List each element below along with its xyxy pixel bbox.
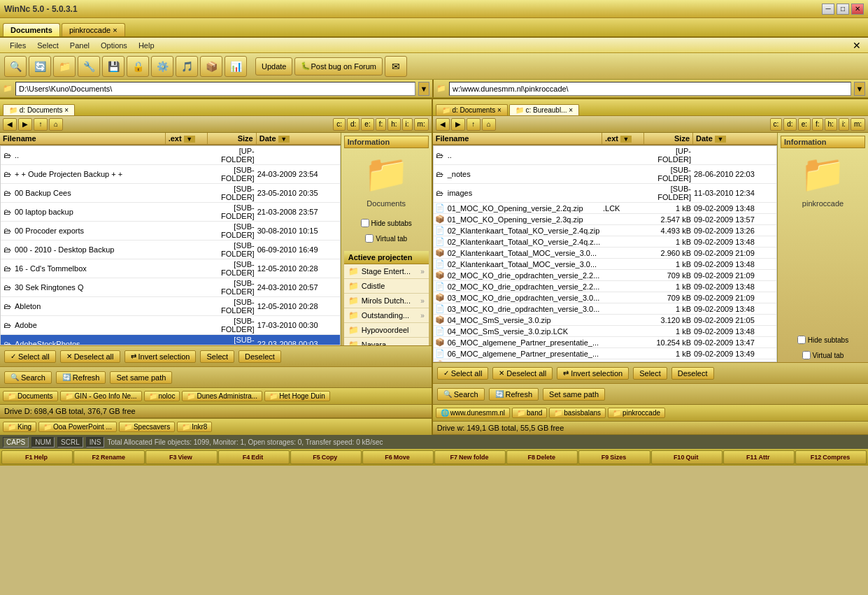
right-file-row[interactable]: 📄 04_MOC_SmS_versie_3.0.zip.LCK 1 kB 09-…	[434, 326, 776, 337]
left-tab-documents[interactable]: 📁 d: Documents ×	[3, 104, 75, 115]
fkey-f6[interactable]: F6Move	[362, 450, 434, 464]
toolbar-package-button[interactable]: 📦	[200, 56, 222, 77]
fkey-f2[interactable]: F2Rename	[73, 450, 145, 464]
left-setpath-button[interactable]: Set same path	[110, 371, 172, 384]
left-drive-c[interactable]: c:	[333, 118, 346, 131]
right-drive-h[interactable]: h:	[825, 118, 837, 131]
left-file-row[interactable]: 🗁 Ableton [SUB-FOLDER] 12-05-2010 20:28	[1, 297, 340, 316]
right-file-row[interactable]: 📄 03_MOC_KO_drie_opdrachten_versie_3.0..…	[434, 303, 776, 315]
left-file-row[interactable]: 🗁 00 Procoder exports [SUB-FOLDER] 30-08…	[1, 222, 340, 241]
right-file-row[interactable]: 📦 06_MOC_algemene_Partner_presentatie_..…	[434, 337, 776, 348]
ap-list-item[interactable]: 📁 Navara	[344, 338, 429, 345]
left-sort-date[interactable]: ▼	[278, 136, 290, 143]
right-select-button[interactable]: Select	[633, 367, 667, 380]
left-bookmark-item[interactable]: 📁Het Hoge Duin	[264, 391, 330, 401]
left-file-row[interactable]: 🗁 .. [UP-FOLDER]	[1, 146, 340, 165]
toolbar-bug-button[interactable]: 🐛 Post bug on Forum	[294, 57, 383, 76]
right-nav-home[interactable]: ⌂	[482, 118, 496, 131]
left-deselect-all-button[interactable]: ✕ Deselect all	[60, 350, 120, 363]
right-drive-m[interactable]: m:	[851, 118, 865, 131]
left-nav-home[interactable]: ⌂	[49, 118, 63, 131]
right-refresh-button[interactable]: 🔄 Refresh	[489, 388, 539, 401]
right-file-row[interactable]: 📦 03_MOC_KO_drie_opdrachten_versie_3.0..…	[434, 292, 776, 303]
fkey-f5[interactable]: F5Copy	[290, 450, 362, 464]
left-file-row[interactable]: 🗁 30 Sek Ringtones Q [SUB-FOLDER] 24-03-…	[1, 278, 340, 297]
left-drive-e[interactable]: e:	[361, 118, 373, 131]
right-hide-subtabs-input[interactable]	[797, 336, 806, 344]
right-invert-button[interactable]: ⇄ Invert selection	[557, 367, 629, 380]
right-file-row[interactable]: 📄 02_Klantenkaart_Totaal_KO_versie_2.4q.…	[434, 236, 776, 248]
right-file-list[interactable]: 🗁 .. [UP-FOLDER] 🗁 _notes [SUB-FOLDER] 2…	[433, 145, 777, 362]
fkey-f8[interactable]: F8Delete	[506, 450, 578, 464]
right-tab-bureaublad[interactable]: 📁 c: Bureaubl... ×	[509, 104, 579, 115]
left-virtual-tab-input[interactable]	[365, 234, 373, 243]
right-search-button[interactable]: 🔍 Search	[437, 388, 485, 401]
left-select-all-button[interactable]: ✓ Select all	[4, 350, 56, 363]
toolbar-save-button[interactable]: 💾	[102, 56, 124, 77]
left-nav-back[interactable]: ◀	[3, 118, 17, 131]
right-nav-forward[interactable]: ▶	[451, 118, 465, 131]
left-drive-i[interactable]: i:	[402, 118, 413, 131]
left-bookmark-item[interactable]: 📁Dunes Administra...	[182, 391, 262, 401]
fkey-f12[interactable]: F12Compres	[795, 450, 867, 464]
left-file-list[interactable]: 🗁 .. [UP-FOLDER] 🗁 + + Oude Projecten Ba…	[0, 145, 341, 345]
toolbar-email-button[interactable]: ✉	[385, 56, 407, 77]
right-file-row[interactable]: 📦 02_Klantenkaart_Totaal_MOC_versie_3.0.…	[434, 248, 776, 259]
fkey-f4[interactable]: F4Edit	[218, 450, 290, 464]
left-bookmark-item[interactable]: 📁GIN - Geo Info Ne...	[60, 391, 142, 401]
right-sort-date[interactable]: ▼	[715, 136, 726, 143]
right-virtual-tab-input[interactable]	[802, 351, 811, 359]
ap-list-item[interactable]: 📁 Mirols Dutch... »	[344, 294, 429, 308]
tab-pinkroccade[interactable]: pinkroccade ×	[62, 23, 125, 36]
right-file-row[interactable]: 🗁 images [SUB-FOLDER] 11-03-2010 12:34	[434, 184, 776, 203]
left-bookmark2-item[interactable]: 📁Inkr8	[177, 422, 212, 432]
left-header-filename[interactable]: Filename	[0, 133, 166, 144]
left-deselect-button[interactable]: Deselect	[239, 350, 281, 363]
right-file-row[interactable]: 📄 06_MOC_algemene_Partner_presentatie_..…	[434, 348, 776, 359]
right-addr-input[interactable]	[449, 82, 851, 96]
left-header-size[interactable]: Size	[208, 133, 257, 144]
maximize-button[interactable]: □	[837, 3, 849, 15]
toolbar-music-button[interactable]: 🎵	[176, 56, 198, 77]
ap-list-item[interactable]: 📁 Stage Entert... »	[344, 264, 429, 279]
right-file-row[interactable]: 📄 02_Klantenkaart_Totaal_KO_versie_2.4q.…	[434, 225, 776, 236]
left-addr-input[interactable]	[15, 82, 415, 96]
fkey-f11[interactable]: F11Attr	[723, 450, 795, 464]
menu-options[interactable]: Options	[95, 40, 133, 51]
right-hide-subtabs-checkbox[interactable]: Hide subtabs	[797, 336, 848, 344]
left-drive-f[interactable]: f:	[376, 118, 387, 131]
left-file-row[interactable]: 🗁 + + Oude Projecten Backup + + [SUB-FOL…	[1, 165, 340, 184]
right-header-filename[interactable]: Filename	[433, 133, 602, 144]
left-addr-dropdown[interactable]: ▼	[418, 82, 429, 96]
left-bookmark-item[interactable]: 📁noloc	[144, 391, 180, 401]
ap-list-item[interactable]: 📁 Cdistle	[344, 279, 429, 294]
left-file-row[interactable]: 🗁 16 - Cd's Tommelbox [SUB-FOLDER] 12-05…	[1, 259, 340, 278]
right-drive-d[interactable]: d:	[783, 118, 796, 131]
right-file-row[interactable]: 📄 02_Klantenkaart_Totaal_MOC_versie_3.0.…	[434, 259, 776, 270]
toolbar-refresh-button[interactable]: 🔄	[29, 56, 51, 77]
tab-documents[interactable]: Documents	[3, 23, 60, 36]
right-setpath-button[interactable]: Set same path	[543, 388, 605, 401]
right-file-row[interactable]: 📦 04_MOC_SmS_versie_3.0.zip 3.120 kB 09-…	[434, 315, 776, 326]
left-virtual-tab-checkbox[interactable]: Virtual tab	[365, 234, 407, 243]
right-bookmark-item[interactable]: 📁pinkroccade	[608, 408, 665, 418]
left-search-button[interactable]: 🔍 Search	[4, 371, 52, 384]
right-addr-dropdown[interactable]: ▼	[854, 82, 865, 96]
menu-panel[interactable]: Panel	[64, 40, 95, 51]
right-file-row[interactable]: 📄 01_MOC_KO_Opening_versie_2.2q.zip .LCK…	[434, 203, 776, 214]
toolbar-search-button[interactable]: 🔍	[4, 56, 27, 77]
left-nav-forward[interactable]: ▶	[18, 118, 32, 131]
right-file-row[interactable]: 🗁 .. [UP-FOLDER]	[434, 146, 776, 165]
right-header-size[interactable]: Size	[644, 133, 693, 144]
left-hide-subtabs-checkbox[interactable]: Hide subtabs	[361, 219, 412, 227]
right-file-row[interactable]: 🗁 _notes [SUB-FOLDER] 28-06-2010 22:03	[434, 165, 776, 184]
fkey-f3[interactable]: F3View	[145, 450, 217, 464]
left-invert-button[interactable]: ⇄ Invert selection	[124, 350, 197, 363]
toolbar-update-button[interactable]: Update	[255, 57, 292, 76]
ap-list-item[interactable]: 📁 Outstanding... »	[344, 308, 429, 323]
left-bookmark2-item[interactable]: 📁Ooa PowerPoint ...	[38, 422, 117, 432]
menu-close-icon[interactable]: ✕	[850, 40, 864, 51]
right-file-row[interactable]: 📄 02_MOC_KO_drie_opdrachten_versie_2.2..…	[434, 281, 776, 292]
right-bookmark-item[interactable]: 📁basisbalans	[549, 408, 606, 418]
toolbar-lock-button[interactable]: 🔒	[127, 56, 149, 77]
